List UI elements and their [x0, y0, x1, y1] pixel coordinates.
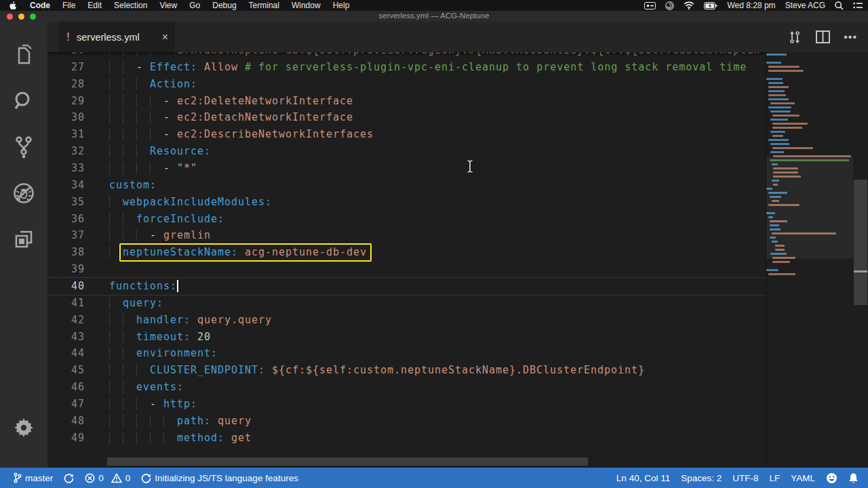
- line-number: 46: [47, 379, 85, 396]
- menu-item-file[interactable]: File: [56, 1, 81, 10]
- tab-label: serverless.yml: [77, 32, 140, 43]
- code-line-37[interactable]: 37 - gremlin: [47, 227, 766, 244]
- code-line-30[interactable]: 30 - ec2:DetachNetworkInterface: [47, 109, 766, 126]
- horizontal-scrollbar-thumb[interactable]: [107, 458, 588, 466]
- language-features-status[interactable]: Initializing JS/TS language features: [136, 473, 304, 483]
- menu-item-debug[interactable]: Debug: [206, 1, 242, 10]
- code-line-36[interactable]: 36 forceInclude:: [47, 211, 766, 228]
- tab-close-icon[interactable]: ×: [162, 32, 168, 43]
- code-line-27[interactable]: 27 - Effect: Allow # for serverless-plug…: [47, 59, 766, 76]
- line-number: 49: [47, 430, 85, 447]
- tab-serverless-yml[interactable]: ! serverless.yml ×: [58, 22, 175, 52]
- code-line-35[interactable]: 35 webpackIncludeModules:: [47, 194, 766, 211]
- menu-item-edit[interactable]: Edit: [81, 1, 108, 10]
- explorer-icon[interactable]: [0, 34, 47, 76]
- eol-setting[interactable]: LF: [764, 473, 785, 483]
- code-line-46[interactable]: 46 events:: [47, 379, 766, 396]
- line-number: 37: [47, 227, 85, 244]
- line-number: 36: [47, 211, 85, 228]
- code-line-28[interactable]: 28 Action:: [47, 76, 766, 93]
- encoding-setting[interactable]: UTF-8: [727, 473, 764, 483]
- line-number: 29: [47, 93, 85, 110]
- line-number: 43: [47, 329, 85, 346]
- yaml-file-icon: !: [65, 31, 71, 43]
- code-line-43[interactable]: 43 timeout: 20: [47, 329, 766, 346]
- extensions-icon[interactable]: [0, 218, 47, 260]
- notifications-bell-icon[interactable]: [843, 472, 860, 484]
- code-line-29[interactable]: 29 - ec2:DeleteNetworkInterface: [47, 93, 766, 110]
- search-icon[interactable]: [0, 80, 47, 122]
- code-line-32[interactable]: 32 Resource:: [47, 143, 766, 160]
- settings-gear-icon[interactable]: [0, 407, 47, 449]
- git-branch-icon: [14, 472, 22, 483]
- debug-disabled-icon[interactable]: [0, 172, 47, 214]
- line-number: 39: [47, 261, 85, 278]
- code-line-34[interactable]: 34custom:: [47, 177, 766, 194]
- line-number: 40: [47, 278, 85, 295]
- window-title-bar: serverless.yml — ACG-Neptune: [0, 11, 868, 22]
- line-number: 42: [47, 312, 85, 329]
- code-line-45[interactable]: 45 CLUSTER_ENDPOINT: ${cf:${self:custom.…: [47, 362, 766, 379]
- error-count: 0: [98, 473, 104, 483]
- spiral-icon[interactable]: [665, 1, 674, 10]
- code-line-47[interactable]: 47 - http:: [47, 396, 766, 413]
- menu-item-view[interactable]: View: [153, 1, 183, 10]
- text-cursor: [177, 280, 178, 292]
- apple-menu-icon[interactable]: [9, 1, 17, 10]
- vertical-scrollbar[interactable]: [853, 52, 868, 468]
- overview-ruler-mark: [854, 270, 867, 272]
- menu-item-code[interactable]: Code: [24, 1, 56, 10]
- source-control-icon[interactable]: [0, 126, 47, 168]
- line-number: 33: [47, 160, 85, 177]
- split-editor-icon[interactable]: [816, 30, 830, 43]
- feedback-smiley-icon[interactable]: [821, 472, 843, 484]
- code-line-39[interactable]: 39: [47, 261, 766, 278]
- menu-item-help[interactable]: Help: [327, 1, 356, 10]
- sync-button[interactable]: [58, 473, 79, 483]
- mouse-ibeam-cursor: [466, 159, 474, 176]
- code-line-42[interactable]: 42 handler: query.query: [47, 312, 766, 329]
- line-number: 30: [47, 109, 85, 126]
- code-line-40[interactable]: 40functions:: [47, 278, 766, 295]
- menu-item-terminal[interactable]: Terminal: [243, 1, 285, 10]
- code-line-33[interactable]: 33 - "*": [47, 160, 766, 177]
- problems-indicator[interactable]: 0 0: [79, 473, 136, 483]
- line-number: 32: [47, 143, 85, 160]
- line-number: 27: [47, 59, 85, 76]
- git-branch-indicator[interactable]: master: [8, 472, 58, 483]
- line-number: 41: [47, 295, 85, 312]
- macos-menu-bar: CodeFileEditSelectionViewGoDebugTerminal…: [0, 0, 868, 11]
- open-changes-icon[interactable]: [787, 30, 802, 45]
- line-number: 34: [47, 177, 85, 194]
- vertical-scrollbar-thumb[interactable]: [854, 180, 867, 305]
- menu-clock[interactable]: Wed 8:28 pm: [727, 1, 775, 10]
- language-mode[interactable]: YAML: [785, 473, 821, 483]
- indentation-setting[interactable]: Spaces: 2: [675, 473, 727, 483]
- code-line-41[interactable]: 41 query:: [47, 295, 766, 312]
- code-line-38[interactable]: 38 neptuneStackName: acg-neptune-db-dev: [47, 244, 766, 261]
- minimap-slider[interactable]: [766, 157, 853, 258]
- battery-icon[interactable]: [704, 2, 717, 9]
- wifi-icon[interactable]: [684, 1, 694, 9]
- activity-bar: [0, 22, 47, 468]
- more-actions-icon[interactable]: •••: [844, 31, 857, 43]
- screen-recording-icon[interactable]: [644, 2, 656, 9]
- notification-center-icon[interactable]: [853, 2, 863, 9]
- minimap[interactable]: [766, 52, 853, 468]
- spotlight-search-icon[interactable]: [835, 1, 844, 10]
- line-number: 48: [47, 413, 85, 430]
- window-title: serverless.yml — ACG-Neptune: [0, 12, 868, 20]
- code-line-49[interactable]: 49 method: get: [47, 430, 766, 447]
- code-line-31[interactable]: 31 - ec2:DescribeNetworkInterfaces: [47, 126, 766, 143]
- menu-item-window[interactable]: Window: [285, 1, 327, 10]
- code-line-44[interactable]: 44 environment:: [47, 345, 766, 362]
- menu-user[interactable]: Steve ACG: [785, 1, 825, 10]
- menu-item-go[interactable]: Go: [183, 1, 206, 10]
- editor[interactable]: 26 - arn:aws:neptune-db:${self:provider.…: [47, 52, 868, 468]
- cursor-position[interactable]: Ln 40, Col 11: [611, 473, 675, 483]
- code-lines: 26 - arn:aws:neptune-db:${self:provider.…: [47, 52, 766, 447]
- menu-items: CodeFileEditSelectionViewGoDebugTerminal…: [24, 1, 355, 10]
- code-line-48[interactable]: 48 path: query: [47, 413, 766, 430]
- line-number: 31: [47, 126, 85, 143]
- menu-item-selection[interactable]: Selection: [108, 1, 153, 10]
